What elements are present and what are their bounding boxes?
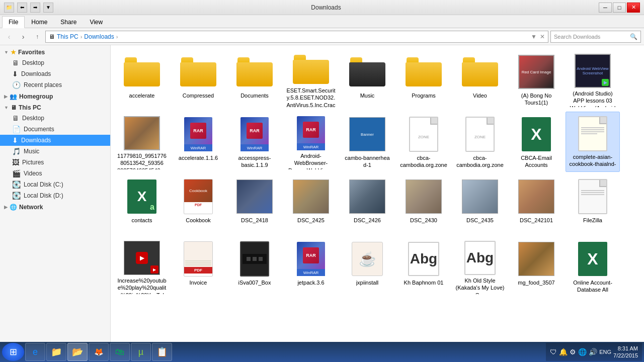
file-item-filezilla[interactable]: FileZilla [566, 174, 620, 234]
file-item-accelerate[interactable]: accelerate [115, 49, 169, 110]
minimize-button[interactable]: ─ [599, 3, 612, 13]
file-item-eset[interactable]: ESET.Smart.Security.5.8.ESET.NOD32.AntiV… [284, 49, 338, 110]
folder-icon [236, 57, 273, 86]
file-item-jxpiinstall[interactable]: ☕ jxpiinstall [340, 236, 394, 297]
sidebar-item-pc-desktop[interactable]: 🖥 Desktop [0, 113, 110, 124]
file-label: ESET.Smart.Security.5.8.ESET.NOD32.AntiV… [286, 87, 336, 107]
file-item-dsc2425[interactable]: DSC_2425 [284, 174, 338, 234]
breadcrumb-thispc[interactable]: This PC [57, 33, 78, 40]
address-refresh[interactable]: ✕ [540, 33, 545, 40]
sidebar-item-downloads-fav[interactable]: ⬇ Downloads [0, 68, 110, 79]
start-button[interactable]: ⊞ [2, 343, 24, 361]
taskbar-store[interactable]: 🛍 [110, 343, 130, 361]
file-item-dsc2435[interactable]: DSC_2435 [453, 174, 507, 234]
back-button[interactable]: ‹ [3, 31, 15, 43]
sidebar-item-pc-documents[interactable]: 📄 Documents [0, 124, 110, 135]
file-label: jetpack.3.6 [297, 279, 324, 286]
file-item-compressed[interactable]: Compressed [171, 49, 225, 110]
tray-icon-1[interactable]: 🛡 [550, 348, 557, 356]
tray-icon-lang[interactable]: ENG [599, 349, 611, 355]
file-item-android-browser-rar[interactable]: RAR WinRAR Android-WebBrowser-Demo--WebV… [284, 112, 338, 172]
tab-share[interactable]: Share [54, 16, 83, 28]
favorites-header[interactable]: ▼ ★ Favorites [0, 47, 110, 57]
file-item-documents[interactable]: Documents [227, 49, 282, 110]
file-item-youtube[interactable]: ▶ ▶ Increase%20youtube%20play%20quality%… [115, 236, 169, 297]
file-item-video[interactable]: Video [453, 49, 507, 110]
forward-button[interactable]: › [17, 31, 29, 43]
file-item-jetpack-rar[interactable]: RAR WinRAR jetpack.3.6 [284, 236, 338, 297]
tab-view[interactable]: View [83, 16, 109, 28]
thispc-label: This PC [19, 104, 41, 111]
file-item-cookbook[interactable]: Cookbook PDF Cookbook [171, 174, 225, 234]
file-item-kh-baphnom[interactable]: Abg Kh Baphnom 01 [396, 236, 451, 297]
tray-icon-2[interactable]: 🔔 [559, 348, 568, 356]
pc-locald-icon: 💽 [12, 192, 21, 200]
sidebar-item-pc-music[interactable]: 🎵 Music [0, 146, 110, 157]
file-item-invoice[interactable]: PDF Invoice [171, 236, 225, 297]
main-area: ▼ ★ Favorites 🖥 Desktop ⬇ Downloads 🕐 Re… [0, 45, 644, 350]
sidebar-item-pc-videos[interactable]: 🎬 Videos [0, 168, 110, 179]
file-item-mg-food[interactable]: mg_food_3507 [509, 236, 564, 297]
file-item-accesspress-rar[interactable]: RAR WinRAR accesspress-basic.1.1.9 [227, 112, 282, 172]
tab-home[interactable]: Home [25, 16, 54, 28]
file-label: complete-asian-cookbook-thaialnd-vietnam… [568, 153, 617, 169]
file-item-cbca-email[interactable]: X CBCA-Email Accounts [509, 112, 564, 172]
file-item-photo1[interactable]: 11779810_995177680513542_59356 892576460… [115, 112, 169, 172]
sidebar-item-pc-downloads[interactable]: ⬇ Downloads [0, 135, 110, 146]
network-label: Network [19, 204, 43, 211]
address-bar[interactable]: 🖥 This PC › Downloads › ▼ ✕ [45, 31, 548, 43]
photo-thumb-dsc2435 [462, 178, 498, 215]
taskbar-explorer[interactable]: 📁 [46, 343, 66, 361]
window-icon[interactable]: 📁 [4, 3, 14, 13]
close-button[interactable]: ✕ [627, 3, 640, 13]
file-label: mg_food_3507 [518, 279, 554, 286]
quick-access-2[interactable]: ➡ [30, 3, 40, 13]
file-item-bong-no-tours[interactable]: Red Card Image (A) Bong No Tours1(1) [509, 49, 564, 110]
file-item-dsc2430[interactable]: DSC_2430 [396, 174, 451, 234]
file-item-contacts[interactable]: X a contacts [115, 174, 169, 234]
file-item-dsc242101[interactable]: DSC_242101 [509, 174, 564, 234]
tab-file[interactable]: File [2, 16, 25, 28]
sidebar-item-desktop[interactable]: 🖥 Desktop [0, 57, 110, 68]
tray-icon-3[interactable]: ⚙ [570, 348, 576, 356]
address-dropdown[interactable]: ▼ [531, 33, 537, 40]
quick-access-1[interactable]: ⬅ [17, 3, 27, 13]
taskbar-utorrent[interactable]: µ [131, 343, 151, 361]
file-label: Kh Old Style (Kakada's My Love) - Copy [455, 277, 505, 294]
sidebar-item-pc-localc[interactable]: 💽 Local Disk (C:) [0, 179, 110, 190]
excel-thumb-cbca-email: X [518, 116, 554, 152]
file-item-music[interactable]: Music [340, 49, 394, 110]
homegroup-header[interactable]: ▶ 👥 Homegroup [0, 92, 110, 102]
file-item-programs[interactable]: Programs [396, 49, 451, 110]
quick-access-3[interactable]: ▼ [43, 3, 53, 13]
sidebar-item-pc-locald[interactable]: 💽 Local Disk (D:) [0, 190, 110, 201]
taskbar-firefox[interactable]: 🦊 [89, 343, 109, 361]
file-item-dsc2426[interactable]: DSC_2426 [340, 174, 394, 234]
network-header[interactable]: ▶ 🌐 Network [0, 202, 110, 212]
taskbar-file-explorer-active[interactable]: 📂 [67, 343, 88, 361]
file-item-cambo-banner[interactable]: Banner cambo-bannerhea d-1 [340, 112, 394, 172]
file-item-accelerate-rar[interactable]: RAR WinRAR accelerate.1.1.6 [171, 112, 225, 172]
file-item-online-account[interactable]: X Online Account-Database All [566, 236, 620, 297]
file-item-cbca-zone2[interactable]: ZONE cbca-cambodia.org.zone [453, 112, 507, 172]
taskbar-ie[interactable]: e [25, 343, 45, 361]
file-item-dsc2418[interactable]: DSC_2418 [227, 174, 282, 234]
breadcrumb-downloads[interactable]: Downloads [84, 33, 114, 40]
tray-icon-4[interactable]: 🌐 [578, 348, 587, 356]
up-button[interactable]: ↑ [31, 31, 43, 43]
sidebar-item-recent[interactable]: 🕐 Recent places [0, 79, 110, 90]
file-item-kh-oldstyle[interactable]: Abg Kh Old Style (Kakada's My Love) - Co… [453, 236, 507, 297]
taskbar-unknown[interactable]: 📋 [152, 343, 172, 361]
tray-icon-5[interactable]: 🔊 [589, 348, 597, 356]
file-item-isva007[interactable]: iSva007_Box [227, 236, 282, 297]
file-item-cbca-zone1[interactable]: ZONE cbca-cambodia.org.zone [396, 112, 451, 172]
file-item-android-studio[interactable]: Android WebView Screenshot ▶ (Android St… [566, 49, 620, 110]
file-item-cookbook-asian[interactable]: complete-asian-cookbook-thaialnd-vietnam… [566, 112, 620, 172]
doc-thumb-cookbook-asian [575, 116, 611, 151]
file-label: 11779810_995177680513542_59356 892576460… [117, 152, 167, 169]
thispc-header[interactable]: ▼ 🖥 This PC [0, 103, 110, 113]
sidebar-item-pc-pictures[interactable]: 🖼 Pictures [0, 157, 110, 168]
maximize-button[interactable]: □ [613, 3, 626, 13]
search-bar[interactable]: Search Downloads 🔍 [550, 31, 641, 43]
sidebar-item-recent-label: Recent places [24, 81, 62, 88]
